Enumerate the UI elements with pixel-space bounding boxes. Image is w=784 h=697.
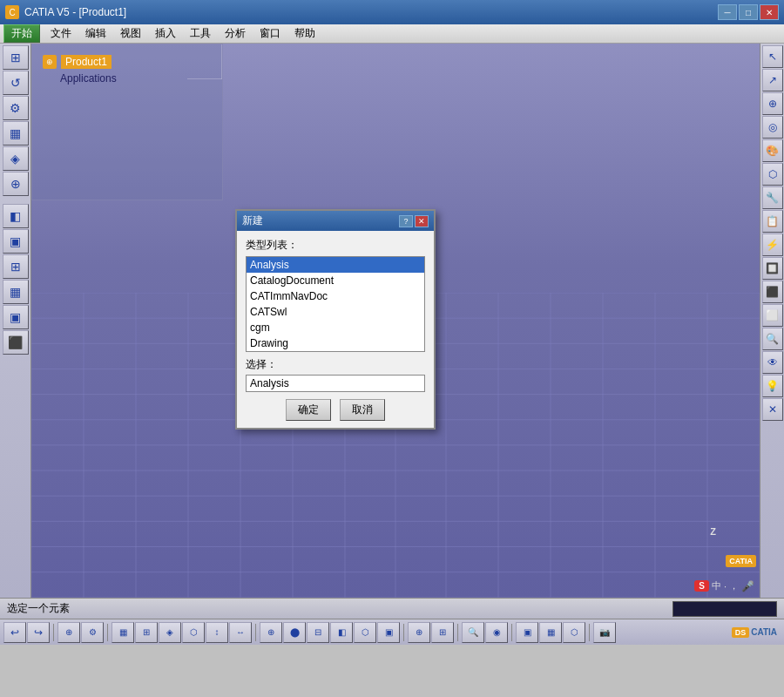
toolbar-btn-4[interactable]: ◈ [3, 146, 29, 171]
bottom-btn-11[interactable]: ⬤ [283, 622, 306, 643]
menu-view[interactable]: 视图 [113, 24, 148, 43]
list-item-cgm[interactable]: cgm [247, 320, 424, 335]
rt-btn-10[interactable]: ⬛ [762, 281, 783, 303]
toolbar-btn-8[interactable]: ⊞ [3, 254, 29, 279]
dialog-title-bar: 新建 ? ✕ [237, 211, 434, 231]
menu-file[interactable]: 文件 [44, 24, 78, 43]
toolbar-btn-2[interactable]: ⚙ [3, 96, 29, 120]
status-input-field[interactable] [672, 601, 777, 617]
rt-btn-7[interactable]: 📋 [762, 210, 783, 233]
rt-btn-12[interactable]: 🔍 [762, 328, 783, 350]
bottom-btn-camera[interactable]: 📷 [593, 622, 616, 643]
list-item-catalogdoc[interactable]: CatalogDocument [247, 273, 424, 288]
menu-window[interactable]: 窗口 [253, 24, 287, 43]
toolbar-btn-3[interactable]: ▦ [3, 121, 29, 145]
toolbar-btn-7[interactable]: ▣ [3, 229, 29, 254]
modal-overlay: 新建 ? ✕ 类型列表： Analysis CatalogDocument CA… [0, 44, 784, 645]
toolbar-btn-1[interactable]: ↺ [3, 71, 29, 95]
rt-btn-9[interactable]: 🔲 [762, 257, 783, 280]
close-button[interactable]: ✕ [760, 4, 779, 20]
menu-edit[interactable]: 编辑 [78, 24, 113, 43]
app-icon: C [5, 5, 19, 19]
status-text: 选定一个元素 [7, 601, 666, 616]
list-item-catswl[interactable]: CATSwl [247, 304, 424, 320]
bottom-btn-19[interactable]: ▦ [539, 622, 562, 643]
selection-input[interactable] [246, 375, 425, 392]
bottom-btn-7[interactable]: ⬡ [182, 622, 205, 643]
rt-btn-6[interactable]: 🔧 [762, 186, 783, 209]
bottom-btn-17[interactable]: ⊞ [431, 622, 454, 643]
dialog-buttons: 确定 取消 [246, 399, 425, 421]
rt-btn-0[interactable]: ↖ [762, 45, 783, 68]
bottom-btn-9[interactable]: ↔ [229, 622, 252, 643]
rt-btn-8[interactable]: ⚡ [762, 233, 783, 256]
dialog-close-button[interactable]: ✕ [415, 215, 429, 227]
toolbar-btn-0[interactable]: ⊞ [3, 45, 29, 70]
title-bar: C CATIA V5 - [Product1] ─ □ ✕ [0, 0, 784, 24]
maximize-button[interactable]: □ [739, 4, 758, 20]
status-bar: 选定一个元素 [0, 598, 784, 619]
rt-btn-14[interactable]: 💡 [762, 375, 783, 397]
menu-insert[interactable]: 插入 [148, 24, 183, 43]
rt-btn-2[interactable]: ⊕ [762, 92, 783, 115]
bottom-btn-6[interactable]: ◈ [159, 622, 181, 643]
menu-bar: 开始 文件 编辑 视图 插入 工具 分析 窗口 帮助 [0, 24, 784, 44]
bottom-btn-redo[interactable]: ↪ [27, 622, 50, 643]
new-dialog: 新建 ? ✕ 类型列表： Analysis CatalogDocument CA… [235, 209, 436, 430]
rt-btn-11[interactable]: ⬜ [762, 304, 783, 327]
bottom-btn-4[interactable]: ▦ [112, 622, 134, 643]
bottom-btn-5[interactable]: ⊞ [135, 622, 158, 643]
bottom-btn-10[interactable]: ⊕ [260, 622, 282, 643]
dialog-title: 新建 [242, 213, 263, 228]
window-title: CATIA V5 - [Product1] [24, 6, 718, 18]
menu-help[interactable]: 帮助 [287, 24, 322, 43]
bottom-btn-15[interactable]: ▣ [377, 622, 400, 643]
list-item-catimm[interactable]: CATImmNavDoc [247, 288, 424, 304]
bottom-btn-18[interactable]: ▣ [516, 622, 538, 643]
rt-btn-15[interactable]: ✕ [762, 398, 783, 421]
sep-3 [403, 624, 404, 641]
sep-0 [53, 624, 54, 641]
bottom-btn-8[interactable]: ↕ [206, 622, 228, 643]
toolbar-btn-5[interactable]: ⊕ [3, 172, 29, 196]
bottom-btn-zoom-in[interactable]: 🔍 [462, 622, 484, 643]
bottom-btn-12[interactable]: ⊟ [307, 622, 329, 643]
menu-tools[interactable]: 工具 [183, 24, 218, 43]
window-controls: ─ □ ✕ [718, 4, 779, 20]
bottom-btn-zoom-out[interactable]: ◉ [485, 622, 508, 643]
dialog-help-button[interactable]: ? [399, 215, 413, 227]
type-listbox[interactable]: Analysis CatalogDocument CATImmNavDoc CA… [246, 256, 425, 352]
cancel-button[interactable]: 取消 [340, 399, 385, 421]
bottom-btn-16[interactable]: ⊕ [408, 622, 430, 643]
bottom-btn-14[interactable]: ⬡ [354, 622, 376, 643]
bottom-toolbar: ↩ ↪ ⊕ ⚙ ▦ ⊞ ◈ ⬡ ↕ ↔ ⊕ ⬤ ⊟ ◧ ⬡ ▣ ⊕ ⊞ 🔍 ◉ … [0, 619, 784, 645]
toolbar-btn-10[interactable]: ▣ [3, 305, 29, 329]
dialog-body: 类型列表： Analysis CatalogDocument CATImmNav… [237, 231, 434, 428]
confirm-button[interactable]: 确定 [286, 399, 331, 421]
rt-btn-5[interactable]: ⬡ [762, 163, 783, 186]
toolbar-btn-11[interactable]: ⬛ [3, 330, 29, 355]
toolbar-btn-9[interactable]: ▦ [3, 280, 29, 304]
bottom-btn-2[interactable]: ⊕ [57, 622, 80, 643]
menu-analysis[interactable]: 分析 [218, 24, 253, 43]
selection-label: 选择： [246, 357, 425, 372]
list-item-drawing[interactable]: Drawing [247, 335, 424, 351]
dialog-controls: ? ✕ [399, 215, 429, 227]
sep-1 [107, 624, 108, 641]
rt-btn-13[interactable]: 👁 [762, 351, 783, 374]
bottom-btn-13[interactable]: ◧ [330, 622, 353, 643]
rt-btn-3[interactable]: ◎ [762, 116, 783, 139]
bottom-btn-3[interactable]: ⚙ [81, 622, 104, 643]
toolbar-btn-6[interactable]: ◧ [3, 204, 29, 228]
start-button[interactable]: 开始 [3, 24, 40, 43]
right-toolbar: ↖ ↗ ⊕ ◎ 🎨 ⬡ 🔧 📋 ⚡ 🔲 ⬛ ⬜ 🔍 👁 💡 ✕ [760, 44, 784, 598]
rt-btn-4[interactable]: 🎨 [762, 139, 783, 162]
dassault-logo: DS [732, 627, 750, 638]
rt-btn-1[interactable]: ↗ [762, 69, 783, 91]
list-item-analysis[interactable]: Analysis [247, 257, 424, 273]
sep-5 [511, 624, 512, 641]
type-list-label: 类型列表： [246, 238, 425, 253]
minimize-button[interactable]: ─ [718, 4, 737, 20]
bottom-btn-undo[interactable]: ↩ [3, 622, 26, 643]
bottom-btn-20[interactable]: ⬡ [563, 622, 585, 643]
